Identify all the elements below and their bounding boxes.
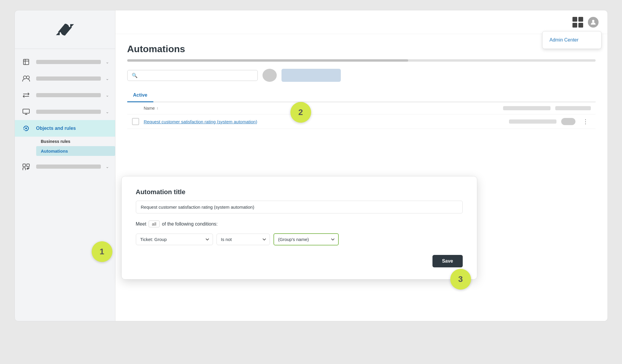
chevron-down-icon-1: ⌄	[106, 60, 109, 64]
admin-dropdown: Admin Center	[542, 31, 602, 49]
apps-icon	[21, 161, 31, 172]
user-avatar[interactable]	[588, 17, 599, 28]
sub-items: Business rules Automations	[15, 137, 115, 156]
nav-items: ⌄ ⌄	[15, 49, 115, 321]
sub-item-automations[interactable]: Automations	[36, 146, 115, 156]
row-toggle[interactable]	[561, 118, 575, 125]
chevron-down-icon-4: ⌄	[106, 109, 109, 114]
conditions-dropdowns: Ticket: Group Is not (Group's name)	[136, 233, 463, 245]
grid-cell-4	[578, 23, 583, 28]
sidebar-item-objects-rules-label: Objects and rules	[36, 126, 76, 131]
svg-rect-0	[23, 59, 29, 65]
search-icon: 🔍	[132, 73, 138, 78]
svg-rect-11	[23, 168, 26, 170]
svg-rect-5	[23, 109, 29, 113]
conditions-prefix: Meet	[136, 221, 147, 227]
topbar-icons	[572, 17, 599, 28]
badge-2: 2	[290, 102, 311, 123]
table-row: Request customer satisfaction rating (sy…	[127, 114, 596, 129]
page-title: Automations	[127, 44, 596, 55]
search-filter-row: 🔍	[127, 69, 596, 82]
chevron-down-icon-5: ⌄	[106, 164, 109, 169]
sidebar-item-monitor[interactable]: ⌄	[15, 103, 115, 120]
nav-label-bar-1	[36, 60, 101, 64]
topbar: Admin Center	[115, 10, 607, 34]
add-automation-button[interactable]	[281, 69, 341, 82]
nav-label-bar-5	[36, 165, 101, 169]
group-name-select[interactable]: (Group's name)	[273, 233, 339, 245]
th-bar-2	[555, 106, 591, 110]
grid-cell-1	[572, 17, 577, 22]
table-header-row: Name ↕	[127, 102, 596, 114]
people-icon	[21, 73, 31, 84]
is-not-select[interactable]: Is not	[217, 234, 270, 245]
row-bar-1	[509, 119, 556, 124]
svg-rect-9	[23, 164, 26, 167]
search-input[interactable]	[140, 73, 253, 78]
zendesk-logo	[53, 21, 77, 39]
automations-table: Name ↕ Request customer satisfaction rat…	[127, 102, 596, 129]
th-name: Name ↕	[144, 106, 498, 111]
filter-button[interactable]	[263, 69, 277, 82]
sub-item-business-rules: Business rules	[36, 137, 115, 146]
sidebar: ⌄ ⌄	[15, 10, 115, 321]
svg-rect-10	[27, 164, 29, 167]
grid-menu-icon[interactable]	[572, 17, 583, 28]
search-box: 🔍	[127, 70, 258, 81]
nav-label-bar-4	[36, 110, 101, 114]
automation-panel: Automation title Meet all of the followi…	[121, 176, 477, 280]
sidebar-item-objects-rules[interactable]: Objects and rules	[15, 120, 115, 137]
automation-title-input[interactable]	[136, 201, 463, 213]
sidebar-item-arrows[interactable]: ⌄	[15, 87, 115, 103]
progress-bar-fill	[127, 59, 408, 62]
arrows-icon	[21, 90, 31, 100]
sort-icon[interactable]: ↕	[157, 106, 158, 110]
grid-cell-3	[572, 23, 577, 28]
objects-rules-icon	[21, 123, 31, 134]
nav-label-bar-2	[36, 76, 101, 81]
row-checkbox[interactable]	[132, 118, 139, 125]
monitor-icon	[21, 106, 31, 117]
grid-cell-2	[578, 17, 583, 22]
conditions-suffix: of the following conditions:	[162, 221, 218, 227]
th-name-label: Name	[144, 106, 155, 111]
th-bar-1	[503, 106, 551, 110]
save-button[interactable]: Save	[432, 255, 462, 267]
badge-1: 1	[92, 241, 112, 262]
sidebar-item-apps[interactable]: ⌄	[15, 158, 115, 175]
nav-label-bar-3	[36, 93, 101, 97]
svg-point-3	[23, 76, 26, 79]
progress-bar	[127, 59, 596, 62]
chevron-down-icon-3: ⌄	[106, 93, 109, 98]
building-icon	[21, 57, 31, 67]
panel-title: Automation title	[136, 188, 463, 196]
svg-point-4	[26, 76, 29, 79]
logo-area	[15, 10, 115, 49]
conditions-row: Meet all of the following conditions:	[136, 221, 463, 227]
admin-center-link[interactable]: Admin Center	[543, 34, 601, 46]
svg-point-8	[25, 127, 27, 129]
tab-active[interactable]: Active	[127, 89, 153, 102]
panel-footer: Save	[136, 255, 463, 267]
row-menu-button[interactable]: ⋮	[580, 118, 591, 125]
chevron-down-icon-2: ⌄	[106, 76, 109, 81]
ticket-group-select[interactable]: Ticket: Group	[136, 234, 213, 245]
conditions-all-badge[interactable]: all	[149, 221, 160, 227]
svg-point-12	[592, 20, 594, 22]
badge-3: 3	[450, 269, 471, 290]
automation-panel-wrapper: Automation title Meet all of the followi…	[121, 176, 477, 280]
sidebar-item-people[interactable]: ⌄	[15, 70, 115, 87]
sidebar-item-building[interactable]: ⌄	[15, 54, 115, 70]
tabs: Active	[127, 89, 596, 102]
automation-name-link[interactable]: Request customer satisfaction rating (sy…	[144, 119, 504, 124]
